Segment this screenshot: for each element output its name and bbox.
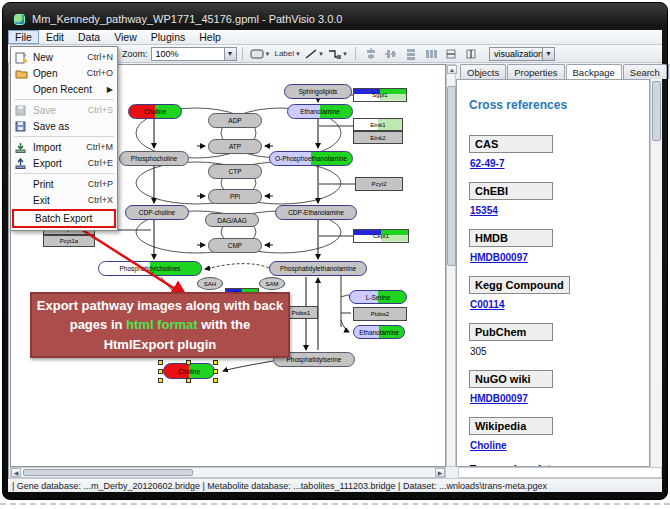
- tab-search[interactable]: Search: [623, 64, 667, 79]
- menu-data[interactable]: Data: [71, 30, 107, 44]
- common-height-button[interactable]: [463, 46, 479, 61]
- gene-node-etnk2[interactable]: Etnk2: [353, 131, 403, 144]
- menu-edit[interactable]: Edit: [39, 30, 71, 44]
- tab-objects[interactable]: Objects: [460, 64, 506, 79]
- pathway-node-phosphatidylethanolamine[interactable]: Phosphatidylethanolamine: [269, 261, 367, 276]
- xref-link[interactable]: 15354: [470, 205, 498, 216]
- label-tool-button[interactable]: Label ▼: [274, 46, 301, 61]
- menu-file[interactable]: File: [8, 30, 39, 44]
- pathway-node-o-phosphoethanolamine[interactable]: O-Phosphoethanolamine: [269, 151, 353, 166]
- pathway-node-atp[interactable]: ATP: [208, 139, 262, 154]
- pathway-node-cdp-choline[interactable]: CDP-choline: [125, 205, 189, 220]
- selection-handle[interactable]: [213, 369, 218, 374]
- scroll-left-icon[interactable]: ◀: [11, 468, 21, 477]
- pathway-node-l-serine[interactable]: L-Serine: [349, 290, 407, 304]
- gene-node-etnk1[interactable]: Etnk1: [353, 118, 403, 131]
- tab-properties[interactable]: Properties: [507, 64, 564, 79]
- file-menu-exit-shortcut: Ctrl+X: [88, 195, 113, 205]
- gene-node-cept1[interactable]: Cept1: [353, 229, 409, 243]
- selection-handle[interactable]: [213, 360, 218, 365]
- pathway-node-phosphatidylcholines[interactable]: Phosphatidylcholines: [98, 261, 202, 276]
- backpage-panel[interactable]: Cross references CAS 62-49-7 ChEBI 15354…: [456, 79, 650, 467]
- pathway-node-cdp-ethanolamine[interactable]: CDP-Ethanolamine: [275, 205, 357, 220]
- side-panel-tabs: Objects Properties Backpage Search Legen…: [460, 64, 670, 79]
- scrollbar-thumb[interactable]: [652, 81, 661, 141]
- blank-icon: [15, 179, 29, 190]
- common-width-button[interactable]: [443, 46, 459, 61]
- xref-link[interactable]: HMDB00097: [470, 252, 528, 263]
- canvas-vertical-scrollbar[interactable]: ▲: [446, 64, 456, 467]
- datanode-tool-button[interactable]: ▼: [250, 46, 271, 61]
- scroll-right-icon[interactable]: ▶: [435, 468, 445, 477]
- file-menu-new[interactable]: New Ctrl+N: [11, 49, 117, 65]
- pathway-node-adp[interactable]: ADP: [208, 113, 262, 128]
- file-menu-save[interactable]: Save Ctrl+S: [11, 102, 117, 118]
- gene-node-sgpl1[interactable]: Sgpl1: [353, 88, 407, 102]
- pathway-node-choline[interactable]: Choline: [128, 104, 182, 119]
- file-menu-save-shortcut: Ctrl+S: [88, 105, 113, 115]
- scrollbar-thumb[interactable]: [23, 469, 193, 476]
- stack-vertical-button[interactable]: [403, 46, 419, 61]
- xref-title: Kegg Compound: [469, 276, 570, 294]
- pathway-node-cmp[interactable]: CMP: [208, 238, 262, 253]
- chevron-down-icon[interactable]: ▼: [224, 48, 236, 60]
- pathway-node-dag-aag[interactable]: DAG/AAG: [205, 213, 259, 227]
- pathway-node-ethanolamine[interactable]: Ethanolamine: [287, 104, 353, 119]
- panel-vertical-scrollbar[interactable]: [650, 79, 661, 467]
- xref-link[interactable]: Choline: [470, 440, 507, 451]
- selection-handle[interactable]: [158, 378, 163, 383]
- chevron-down-icon[interactable]: ▼: [542, 48, 554, 60]
- submenu-arrow-icon: ▶: [107, 85, 113, 94]
- file-menu-import[interactable]: Import Ctrl+M: [11, 139, 117, 155]
- chevron-down-icon: ▼: [342, 51, 348, 57]
- xref-link[interactable]: 62-49-7: [470, 158, 504, 169]
- tab-backpage[interactable]: Backpage: [566, 64, 622, 80]
- file-menu-open-recent[interactable]: Open Recent ▶: [11, 81, 117, 97]
- scrollbar-thumb[interactable]: [447, 86, 456, 266]
- menu-plugins[interactable]: Plugins: [144, 30, 192, 44]
- open-folder-icon: [15, 68, 29, 79]
- pathway-node-ctp[interactable]: CTP: [208, 164, 262, 179]
- cross-references-heading: Cross references: [469, 98, 649, 112]
- line-tool-button[interactable]: ▼: [305, 46, 324, 61]
- pathway-node-choline-selected[interactable]: Choline: [163, 363, 215, 379]
- visualization-combobox[interactable]: visualization ▼: [489, 47, 555, 61]
- xref-section-wikipedia: Wikipedia Choline: [469, 416, 649, 451]
- connector-tool-button[interactable]: ▼: [328, 46, 348, 61]
- file-menu-save-as[interactable]: Save as: [11, 118, 117, 134]
- pathway-node-phosphocholine[interactable]: Phosphocholine: [119, 151, 189, 166]
- file-menu-print-label: Print: [33, 179, 88, 190]
- selection-handle[interactable]: [186, 360, 191, 365]
- pathway-node-sah[interactable]: SAH: [197, 277, 223, 290]
- pathway-node-sam[interactable]: SAM: [259, 277, 285, 290]
- xref-link[interactable]: HMDB00097: [470, 393, 528, 404]
- title-bar[interactable]: Mm_Kennedy_pathway_WP1771_45176.gpml - P…: [8, 8, 662, 30]
- selection-handle[interactable]: [186, 378, 191, 383]
- canvas-horizontal-scrollbar[interactable]: ◀ ▶: [10, 467, 446, 478]
- stack-horizontal-button[interactable]: [423, 46, 439, 61]
- selection-handle[interactable]: [213, 378, 218, 383]
- menu-view[interactable]: View: [107, 30, 144, 44]
- menu-help[interactable]: Help: [192, 30, 228, 44]
- pathway-node-ppi[interactable]: PPi: [208, 189, 262, 204]
- file-menu-export[interactable]: Export Ctrl+E: [11, 155, 117, 171]
- xref-link[interactable]: C00114: [470, 299, 504, 310]
- gene-node-pcyt2[interactable]: Pcyt2: [355, 177, 403, 191]
- zoom-combobox[interactable]: 100% ▼: [151, 47, 237, 61]
- selection-handle[interactable]: [158, 360, 163, 365]
- pathway-node-sphingolipids[interactable]: Sphingolipids: [284, 84, 352, 99]
- pathway-node-ethanolamine-2[interactable]: Ethanolamine: [353, 325, 405, 339]
- xref-value: 305: [470, 346, 649, 357]
- align-center-y-button[interactable]: [383, 46, 399, 61]
- scroll-up-icon[interactable]: ▲: [447, 65, 457, 74]
- file-menu-exit[interactable]: Exit Ctrl+X: [11, 192, 117, 208]
- file-menu-new-label: New: [33, 52, 87, 63]
- align-center-x-button[interactable]: [363, 46, 379, 61]
- gene-node-pcyt1a[interactable]: Pcyt1a: [43, 235, 95, 247]
- selection-handle[interactable]: [158, 369, 163, 374]
- common-height-icon: [465, 48, 477, 60]
- file-menu-print[interactable]: Print Ctrl+P: [11, 176, 117, 192]
- gene-node-ptdss2[interactable]: Ptdss2: [353, 307, 407, 321]
- file-menu-batch-export[interactable]: Batch Export: [12, 209, 116, 228]
- file-menu-open[interactable]: Open Ctrl+O: [11, 65, 117, 81]
